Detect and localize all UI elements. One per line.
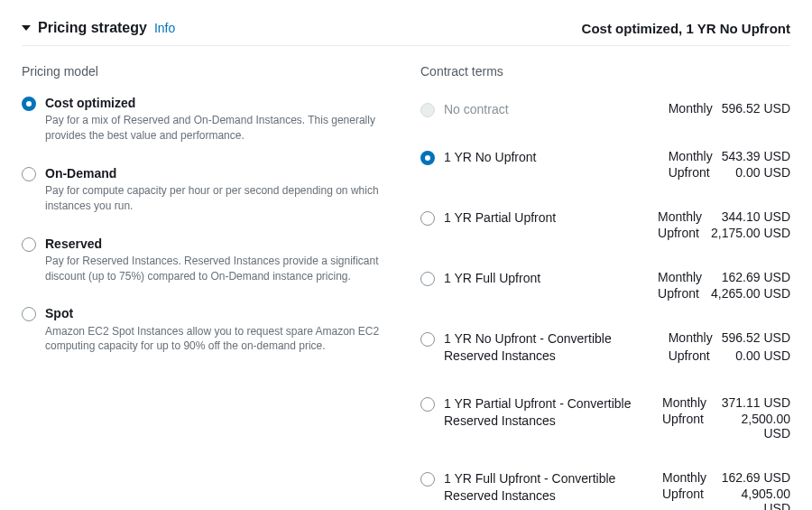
price-block: Monthly162.69 USDUpfront4,265.00 USD [658, 270, 790, 301]
contract-label: 1 YR No Upfront [444, 149, 536, 180]
section-header[interactable]: Pricing strategy Info Cost optimized, 1 … [22, 14, 790, 46]
contract-option-1yr-no-upfront-conv[interactable]: 1 YR No Upfront - Convertible Reserved I… [420, 311, 790, 376]
price-value: 596.52 USD [722, 101, 790, 119]
pricing-model-option-reserved[interactable]: ReservedPay for Reserved Instances. Rese… [22, 230, 392, 301]
contract-option-no-contract: No contractMonthly596.52 USD [420, 89, 790, 130]
radio-icon[interactable] [22, 167, 36, 181]
price-value: 2,175.00 USD [711, 226, 790, 240]
contract-option-1yr-partial-upfront[interactable]: 1 YR Partial UpfrontMonthly344.10 USDUpf… [420, 190, 790, 251]
price-value: 2,500.00 USD [715, 412, 790, 440]
price-value: 0.00 USD [722, 348, 790, 366]
radio-icon[interactable] [420, 332, 435, 347]
contract-body: No contractMonthly596.52 USD [444, 101, 790, 119]
price-value: 371.11 USD [715, 395, 790, 410]
radio-label: On-Demand [45, 165, 392, 181]
price-label: Monthly [662, 395, 706, 410]
radio-description: Pay for Reserved Instances. Reserved Ins… [45, 254, 388, 284]
contract-body: 1 YR Full Upfront - Convertible Reserved… [444, 470, 790, 510]
radio-body: SpotAmazon EC2 Spot Instances allow you … [45, 305, 392, 354]
contract-option-1yr-full-upfront[interactable]: 1 YR Full UpfrontMonthly162.69 USDUpfron… [420, 251, 790, 311]
price-block: Monthly596.52 USD [669, 101, 790, 119]
price-label: Upfront [658, 286, 702, 301]
contract-body: 1 YR Full UpfrontMonthly162.69 USDUpfron… [444, 270, 790, 301]
contract-option-1yr-no-upfront[interactable]: 1 YR No UpfrontMonthly543.39 USDUpfront0… [420, 130, 790, 190]
pricing-model-option-spot[interactable]: SpotAmazon EC2 Spot Instances allow you … [22, 300, 392, 370]
price-block: Monthly162.69 USDUpfront4,905.00 USD [662, 470, 790, 510]
price-block: Monthly596.52 USDUpfront0.00 USD [669, 330, 790, 366]
radio-icon[interactable] [420, 272, 435, 286]
price-value: 543.39 USD [722, 149, 790, 163]
radio-body: ReservedPay for Reserved Instances. Rese… [45, 236, 392, 284]
price-block: Monthly371.11 USDUpfront2,500.00 USD [662, 395, 790, 440]
contract-body: 1 YR Partial Upfront - Convertible Reser… [444, 395, 790, 440]
contract-body: 1 YR No Upfront - Convertible Reserved I… [444, 330, 790, 366]
contract-label: 1 YR Partial Upfront [444, 209, 556, 240]
price-label: Monthly [669, 149, 713, 163]
price-block: Monthly344.10 USDUpfront2,175.00 USD [658, 209, 790, 240]
contract-label: 1 YR Partial Upfront - Convertible Reser… [444, 395, 651, 440]
caret-down-icon [22, 25, 31, 31]
price-block: Monthly543.39 USDUpfront0.00 USD [669, 149, 790, 180]
radio-icon[interactable] [22, 237, 36, 252]
radio-icon[interactable] [420, 211, 435, 226]
contract-label: 1 YR No Upfront - Convertible Reserved I… [444, 330, 651, 366]
radio-icon[interactable] [420, 397, 435, 412]
radio-description: Amazon EC2 Spot Instances allow you to r… [45, 324, 388, 355]
price-label: Upfront [669, 165, 713, 180]
price-value: 4,905.00 USD [715, 487, 790, 510]
radio-icon [420, 103, 435, 117]
price-label: Monthly [658, 209, 702, 224]
contract-body: 1 YR No UpfrontMonthly543.39 USDUpfront0… [444, 149, 790, 180]
radio-label: Cost optimized [45, 95, 392, 111]
contract-terms-heading: Contract terms [420, 64, 790, 79]
price-label: Monthly [669, 101, 713, 119]
section-summary: Cost optimized, 1 YR No Upfront [582, 21, 790, 36]
price-value: 162.69 USD [711, 270, 790, 284]
contract-label: No contract [444, 101, 509, 119]
radio-body: Cost optimizedPay for a mix of Reserved … [45, 95, 392, 144]
info-link[interactable]: Info [154, 21, 175, 35]
pricing-model-option-on-demand[interactable]: On-DemandPay for compute capacity per ho… [22, 160, 392, 230]
radio-label: Reserved [45, 236, 392, 252]
section-header-left: Pricing strategy Info [22, 20, 175, 36]
price-label: Monthly [669, 330, 713, 348]
contract-terms-column: Contract terms No contractMonthly596.52 … [420, 64, 790, 510]
price-label: Monthly [662, 470, 706, 485]
contract-label: 1 YR Full Upfront - Convertible Reserved… [444, 470, 651, 510]
contract-body: 1 YR Partial UpfrontMonthly344.10 USDUpf… [444, 209, 790, 240]
price-value: 596.52 USD [722, 330, 790, 348]
radio-body: On-DemandPay for compute capacity per ho… [45, 165, 392, 214]
radio-icon[interactable] [22, 307, 36, 321]
price-label: Monthly [658, 270, 702, 284]
contract-option-1yr-full-upfront-conv[interactable]: 1 YR Full Upfront - Convertible Reserved… [420, 451, 790, 510]
radio-icon[interactable] [420, 472, 435, 487]
price-label: Upfront [662, 487, 706, 510]
pricing-model-option-cost-optimized[interactable]: Cost optimizedPay for a mix of Reserved … [22, 89, 392, 160]
radio-description: Pay for compute capacity per hour or per… [45, 183, 388, 214]
pricing-model-column: Pricing model Cost optimizedPay for a mi… [22, 64, 392, 510]
price-label: Upfront [662, 412, 706, 440]
price-label: Upfront [669, 348, 713, 366]
radio-icon[interactable] [420, 151, 435, 165]
pricing-model-heading: Pricing model [22, 64, 392, 79]
contract-label: 1 YR Full Upfront [444, 270, 540, 301]
radio-description: Pay for a mix of Reserved and On-Demand … [45, 113, 388, 144]
radio-icon[interactable] [22, 97, 36, 111]
price-value: 162.69 USD [715, 470, 790, 485]
price-value: 4,265.00 USD [711, 286, 790, 301]
section-title: Pricing strategy [38, 20, 147, 36]
price-value: 0.00 USD [722, 165, 790, 180]
price-label: Upfront [658, 226, 702, 240]
price-value: 344.10 USD [711, 209, 790, 224]
contract-option-1yr-partial-upfront-conv[interactable]: 1 YR Partial Upfront - Convertible Reser… [420, 376, 790, 451]
radio-label: Spot [45, 305, 392, 321]
